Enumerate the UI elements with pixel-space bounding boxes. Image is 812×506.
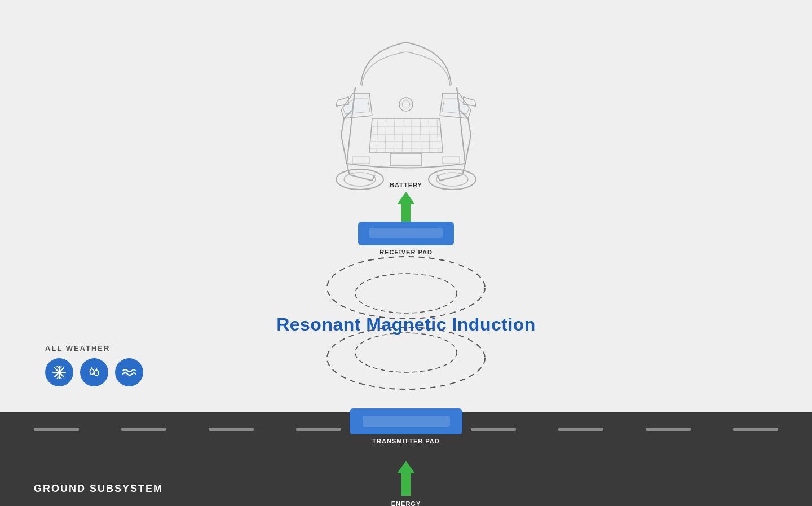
svg-point-22: [355, 333, 457, 372]
svg-point-32: [95, 370, 99, 376]
svg-line-5: [420, 118, 421, 152]
svg-point-18: [402, 100, 410, 108]
transmitter-pad-graphic: [363, 416, 450, 427]
road-dash-4: [296, 428, 341, 431]
road-dash-2: [121, 428, 166, 431]
svg-point-31: [90, 369, 94, 375]
all-weather-section: ALL WEATHER: [45, 344, 143, 386]
wave-icon: [115, 358, 143, 386]
road-dash-3: [209, 428, 254, 431]
road-dash-1: [34, 428, 79, 431]
svg-point-21: [327, 327, 485, 389]
svg-line-0: [377, 118, 378, 152]
transmitter-pad: TRANSMITTER PAD: [350, 408, 462, 434]
rain-icon: [80, 358, 108, 386]
energy-arrow: ENERGY: [397, 461, 415, 496]
svg-point-20: [355, 274, 457, 313]
all-weather-label: ALL WEATHER: [45, 344, 143, 353]
svg-point-14: [344, 173, 376, 186]
transmitter-pad-label: TRANSMITTER PAD: [372, 438, 439, 445]
svg-rect-12: [390, 153, 422, 166]
svg-line-7: [437, 118, 438, 152]
energy-label: ENERGY: [391, 500, 421, 506]
main-diagram-area: BATTERY RECEIVER PAD Resonant Magnetic I…: [0, 0, 812, 412]
svg-line-2: [394, 118, 395, 152]
arrow-shaft-energy: [401, 473, 411, 496]
road-dash-6: [471, 428, 516, 431]
road-area: TRANSMITTER PAD GROUND SUBSYSTEM ENERGY: [0, 412, 812, 506]
rmi-label: Resonant Magnetic Induction: [276, 314, 536, 335]
road-dash-7: [558, 428, 603, 431]
svg-point-19: [327, 257, 485, 319]
arrow-head-energy: [397, 461, 415, 473]
snow-icon: [45, 358, 73, 386]
arrow-head-battery: [397, 192, 415, 204]
receiver-pad-graphic: [369, 228, 443, 238]
road-dash-9: [733, 428, 778, 431]
receiver-pad: RECEIVER PAD: [358, 222, 454, 245]
car-illustration: [299, 6, 513, 197]
battery-label: BATTERY: [390, 182, 422, 188]
svg-line-6: [429, 118, 430, 152]
weather-icons-container: [45, 358, 143, 386]
ground-subsystem-label: GROUND SUBSYSTEM: [34, 483, 163, 495]
svg-line-3: [402, 118, 403, 152]
svg-point-17: [399, 98, 413, 111]
svg-point-16: [436, 173, 468, 186]
road-dash-8: [646, 428, 691, 431]
svg-line-1: [385, 118, 386, 152]
